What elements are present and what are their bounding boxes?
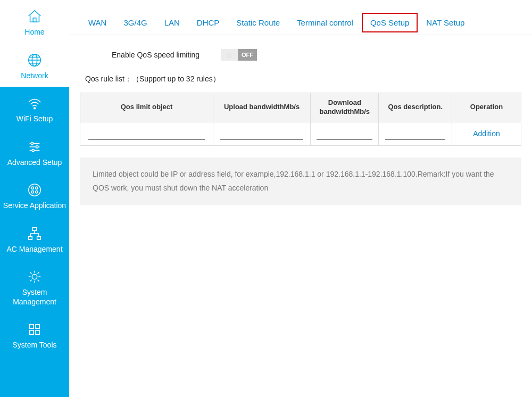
grid-icon [26, 320, 44, 338]
sidebar-item-label: Advanced Setup [5, 158, 64, 168]
svg-rect-16 [30, 325, 34, 329]
qos-desc-input[interactable] [385, 129, 445, 140]
qos-table: Qos limit object Upload bandwidthMb/s Do… [80, 93, 521, 146]
th-object: Qos limit object [80, 93, 213, 122]
sidebar-item-acmgmt[interactable]: AC Management [0, 217, 69, 261]
tab-bar: WAN 3G/4G LAN DHCP Static Route Terminal… [69, 0, 532, 35]
sidebar-item-home[interactable]: Home [0, 0, 69, 44]
tab-nat[interactable]: NAT Setup [418, 16, 473, 29]
svg-point-8 [31, 187, 34, 189]
th-download: Download bandwidthMb/s [311, 93, 379, 122]
sidebar-item-label: System Management [0, 288, 69, 307]
svg-point-5 [36, 145, 38, 147]
sidebar-item-wifi[interactable]: WiFi Setup [0, 87, 69, 130]
svg-point-11 [36, 191, 38, 193]
tab-wan[interactable]: WAN [80, 16, 115, 29]
sliders-icon [26, 138, 44, 156]
qos-download-input[interactable] [317, 129, 372, 140]
th-upload: Upload bandwidthMb/s [213, 93, 311, 122]
tab-dhcp[interactable]: DHCP [188, 16, 228, 29]
sidebar-item-label: WiFi Setup [14, 114, 55, 124]
svg-rect-13 [29, 236, 32, 239]
svg-point-7 [29, 184, 41, 196]
sidebar-item-advanced[interactable]: Advanced Setup [0, 130, 69, 174]
tab-static[interactable]: Static Route [228, 16, 288, 29]
svg-rect-0 [33, 18, 36, 22]
sidebar: Home Network WiFi Setup Advanced Setup S… [0, 0, 69, 397]
sidebar-item-label: Network [19, 71, 50, 81]
svg-point-4 [31, 142, 33, 144]
svg-point-3 [34, 107, 36, 109]
th-operation: Operation [452, 93, 521, 122]
svg-point-6 [32, 149, 34, 151]
qos-list-heading: Qos rule list：（Support up to 32 rules） [85, 75, 521, 84]
sidebar-item-label: Home [22, 28, 46, 37]
svg-rect-12 [32, 227, 37, 230]
svg-rect-17 [36, 325, 40, 329]
home-icon [26, 7, 44, 26]
enable-qos-label: Enable QoS speed limiting [112, 51, 200, 59]
tab-terminal[interactable]: Terminal control [288, 16, 362, 29]
enable-qos-row: Enable QoS speed limiting || OFF [112, 49, 521, 61]
sidebar-item-network[interactable]: Network [0, 44, 69, 87]
add-rule-link[interactable]: Addition [473, 129, 500, 138]
svg-rect-19 [36, 330, 40, 335]
sidebar-item-sysmgmt[interactable]: System Management [0, 260, 69, 313]
svg-point-15 [32, 274, 37, 279]
sidebar-item-label: AC Management [4, 245, 64, 254]
wifi-icon [26, 94, 44, 112]
tab-lan[interactable]: LAN [156, 16, 188, 29]
qos-note: Limited object could be IP or address fi… [80, 158, 521, 205]
toggle-state: OFF [238, 49, 257, 61]
tab-3g4g[interactable]: 3G/4G [115, 16, 155, 29]
sidebar-item-service[interactable]: Service Application [0, 173, 69, 217]
enable-qos-toggle[interactable]: || OFF [221, 49, 257, 61]
sidebar-item-label: Service Application [1, 201, 68, 211]
network-tree-icon [26, 225, 44, 243]
globe-icon [26, 51, 44, 69]
svg-point-10 [31, 191, 34, 193]
sidebar-item-systools[interactable]: System Tools [0, 313, 69, 357]
qos-upload-input[interactable] [220, 129, 303, 140]
th-desc: Qos description. [379, 93, 452, 122]
apps-icon [26, 181, 44, 199]
table-row: Addition [80, 122, 521, 145]
gear-icon [26, 268, 44, 286]
qos-object-input[interactable] [88, 129, 205, 140]
svg-rect-14 [37, 236, 41, 239]
svg-point-9 [36, 187, 38, 189]
sidebar-item-label: System Tools [11, 341, 59, 350]
svg-rect-18 [30, 330, 34, 335]
toggle-knob: || [221, 49, 238, 61]
main-content: WAN 3G/4G LAN DHCP Static Route Terminal… [69, 0, 532, 397]
tab-qos[interactable]: QoS Setup [362, 13, 418, 32]
